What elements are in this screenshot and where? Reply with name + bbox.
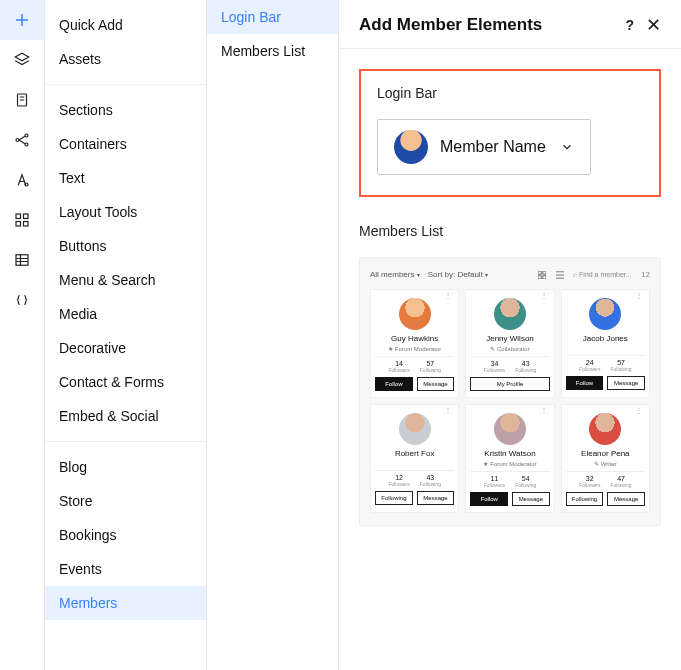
- login-bar-label: Login Bar: [377, 85, 643, 101]
- card-menu-icon[interactable]: ⋮: [635, 294, 643, 298]
- category-buttons[interactable]: Buttons: [45, 229, 206, 263]
- member-card[interactable]: ⋮Jacob Jones 24Followers57FollowingFollo…: [561, 289, 650, 398]
- follow-button[interactable]: Follow: [375, 377, 413, 391]
- rail-theme-icon[interactable]: [0, 160, 44, 200]
- member-stats: 32Followers47Following: [566, 471, 645, 488]
- member-stats: 34Followers43Following: [470, 356, 549, 373]
- message-button[interactable]: Message: [417, 491, 455, 505]
- member-card[interactable]: ⋮Eleanor Pena✎ Writer32Followers47Follow…: [561, 404, 650, 513]
- svg-point-3: [25, 143, 28, 146]
- icon-rail: [0, 0, 45, 670]
- login-bar-element[interactable]: Member Name: [377, 119, 591, 175]
- category-blog[interactable]: Blog: [45, 450, 206, 484]
- svg-point-4: [25, 183, 28, 186]
- member-card[interactable]: ⋮Robert Fox 12Followers43FollowingFollow…: [370, 404, 459, 513]
- svg-rect-7: [16, 222, 21, 227]
- following-button[interactable]: Following: [375, 491, 413, 505]
- members-list-label: Members List: [359, 223, 661, 239]
- category-embed-social[interactable]: Embed & Social: [45, 399, 206, 433]
- svg-rect-11: [543, 271, 546, 274]
- member-card[interactable]: ⋮Jenny Wilson✎ Collaborator34Followers43…: [465, 289, 554, 398]
- rail-code-icon[interactable]: [0, 280, 44, 320]
- member-role: ✎ Writer: [594, 460, 617, 467]
- subitem-members-list[interactable]: Members List: [207, 34, 338, 68]
- rail-connections-icon[interactable]: [0, 120, 44, 160]
- category-members[interactable]: Members: [45, 586, 206, 620]
- card-menu-icon[interactable]: ⋮: [444, 294, 452, 298]
- list-view-icon[interactable]: [555, 270, 565, 280]
- member-role: ★ Forum Moderator: [483, 460, 536, 467]
- category-store[interactable]: Store: [45, 484, 206, 518]
- category-assets[interactable]: Assets: [45, 42, 206, 76]
- svg-point-1: [16, 139, 19, 142]
- avatar-icon: [494, 298, 526, 330]
- avatar-icon: [394, 130, 428, 164]
- category-media[interactable]: Media: [45, 297, 206, 331]
- category-decorative[interactable]: Decorative: [45, 331, 206, 365]
- panel-title: Add Member Elements: [359, 15, 542, 35]
- avatar-icon: [589, 413, 621, 445]
- category-bookings[interactable]: Bookings: [45, 518, 206, 552]
- svg-rect-5: [16, 214, 21, 219]
- member-card[interactable]: ⋮Guy Hawkins★ Forum Moderator14Followers…: [370, 289, 459, 398]
- members-list-preview[interactable]: All members ▾ Sort by: Default ▾ ⌕ Find …: [359, 257, 661, 526]
- member-card[interactable]: ⋮Kristin Watson★ Forum Moderator11Follow…: [465, 404, 554, 513]
- sort-control[interactable]: Sort by: Default ▾: [428, 270, 488, 279]
- subcategory-column: Login BarMembers List: [207, 0, 339, 670]
- category-column: Quick AddAssets SectionsContainersTextLa…: [45, 0, 207, 670]
- member-name: Jacob Jones: [583, 334, 628, 343]
- member-count: 12: [641, 270, 650, 279]
- svg-rect-8: [24, 222, 29, 227]
- avatar-icon: [494, 413, 526, 445]
- search-input[interactable]: ⌕ Find a member...: [573, 271, 633, 278]
- rail-layers-icon[interactable]: [0, 40, 44, 80]
- follow-button[interactable]: Follow: [566, 376, 604, 390]
- category-events[interactable]: Events: [45, 552, 206, 586]
- member-stats: 11Followers54Following: [470, 471, 549, 488]
- rail-table-icon[interactable]: [0, 240, 44, 280]
- my-profile-button[interactable]: My Profile: [470, 377, 549, 391]
- card-menu-icon[interactable]: ⋮: [635, 409, 643, 413]
- card-menu-icon[interactable]: ⋮: [540, 294, 548, 298]
- avatar-icon: [399, 413, 431, 445]
- member-name: Jenny Wilson: [486, 334, 534, 343]
- category-contact-forms[interactable]: Contact & Forms: [45, 365, 206, 399]
- panel-header: Add Member Elements ? ✕: [339, 0, 681, 49]
- member-name: Eleanor Pena: [581, 449, 629, 458]
- category-menu-search[interactable]: Menu & Search: [45, 263, 206, 297]
- category-layout-tools[interactable]: Layout Tools: [45, 195, 206, 229]
- message-button[interactable]: Message: [607, 492, 645, 506]
- follow-button[interactable]: Follow: [470, 492, 508, 506]
- login-bar-preview-card: Login Bar Member Name: [359, 69, 661, 197]
- category-sections[interactable]: Sections: [45, 93, 206, 127]
- avatar-icon: [589, 298, 621, 330]
- member-role: ✎ Collaborator: [490, 345, 529, 352]
- category-containers[interactable]: Containers: [45, 127, 206, 161]
- following-button[interactable]: Following: [566, 492, 604, 506]
- member-stats: 14Followers57Following: [375, 356, 454, 373]
- message-button[interactable]: Message: [417, 377, 455, 391]
- card-menu-icon[interactable]: ⋮: [540, 409, 548, 413]
- chevron-down-icon: [560, 140, 574, 154]
- help-icon[interactable]: ?: [625, 17, 634, 33]
- message-button[interactable]: Message: [512, 492, 550, 506]
- card-menu-icon[interactable]: ⋮: [444, 409, 452, 413]
- filter-all-members[interactable]: All members ▾: [370, 268, 420, 281]
- rail-apps-icon[interactable]: [0, 200, 44, 240]
- message-button[interactable]: Message: [607, 376, 645, 390]
- category-text[interactable]: Text: [45, 161, 206, 195]
- subitem-login-bar[interactable]: Login Bar: [207, 0, 338, 34]
- member-name: Guy Hawkins: [391, 334, 438, 343]
- rail-page-icon[interactable]: [0, 80, 44, 120]
- svg-rect-9: [16, 255, 28, 266]
- member-stats: 12Followers43Following: [375, 470, 454, 487]
- avatar-icon: [399, 298, 431, 330]
- rail-add-icon[interactable]: [0, 0, 44, 40]
- member-name: Robert Fox: [395, 449, 435, 458]
- svg-rect-13: [543, 275, 546, 278]
- close-icon[interactable]: ✕: [646, 14, 661, 36]
- grid-view-icon[interactable]: [537, 270, 547, 280]
- svg-rect-12: [538, 275, 541, 278]
- chevron-down-icon: ▾: [485, 272, 488, 278]
- category-quick-add[interactable]: Quick Add: [45, 8, 206, 42]
